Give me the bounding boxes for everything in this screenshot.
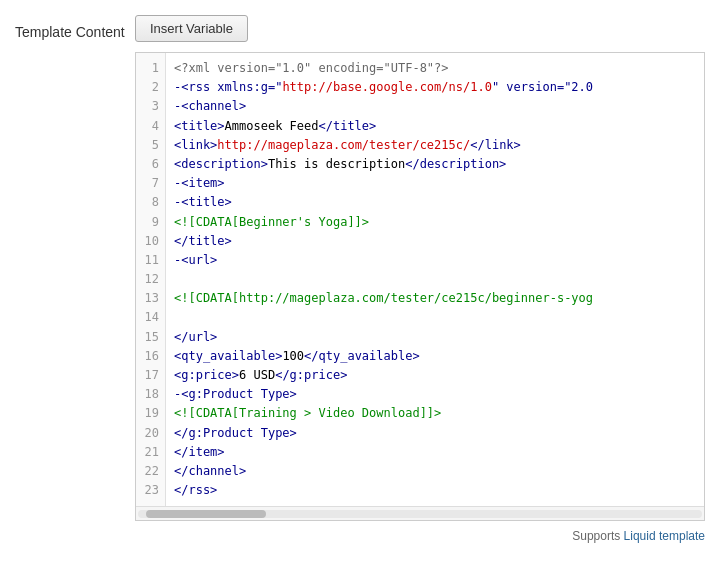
liquid-template-link[interactable]: Liquid template bbox=[624, 529, 705, 543]
code-line: <![CDATA[http://mageplaza.com/tester/ce2… bbox=[174, 289, 696, 308]
code-line bbox=[174, 270, 696, 289]
horizontal-scrollbar[interactable] bbox=[136, 506, 704, 520]
code-line: </title> bbox=[174, 232, 696, 251]
code-line bbox=[174, 308, 696, 327]
code-line: </item> bbox=[174, 443, 696, 462]
code-line: <title>Ammoseek Feed</title> bbox=[174, 117, 696, 136]
template-content-section: Template Content Insert Variable 1234567… bbox=[15, 15, 705, 543]
code-line: </url> bbox=[174, 328, 696, 347]
scrollbar-thumb[interactable] bbox=[146, 510, 266, 518]
code-line: <link>http://mageplaza.com/tester/ce215c… bbox=[174, 136, 696, 155]
code-line: -<item> bbox=[174, 174, 696, 193]
line-numbers: 1234567891011121314151617181920212223 bbox=[136, 53, 166, 506]
scrollbar-track bbox=[138, 510, 702, 518]
code-line: <![CDATA[Beginner's Yoga]]> bbox=[174, 213, 696, 232]
code-content: 1234567891011121314151617181920212223 <?… bbox=[136, 53, 704, 506]
code-line: <g:price>6 USD</g:price> bbox=[174, 366, 696, 385]
right-section: Insert Variable 123456789101112131415161… bbox=[135, 15, 705, 543]
label-section: Template Content bbox=[15, 15, 125, 41]
template-content-label: Template Content bbox=[15, 24, 125, 40]
code-line: <description>This is description</descri… bbox=[174, 155, 696, 174]
code-line: <![CDATA[Training > Video Download]]> bbox=[174, 404, 696, 423]
footer-static-text: Supports bbox=[572, 529, 623, 543]
code-line: <?xml version="1.0" encoding="UTF-8"?> bbox=[174, 59, 696, 78]
footer-text: Supports Liquid template bbox=[135, 527, 705, 543]
code-line: -<url> bbox=[174, 251, 696, 270]
code-line: </rss> bbox=[174, 481, 696, 500]
code-line: -<channel> bbox=[174, 97, 696, 116]
code-editor: 1234567891011121314151617181920212223 <?… bbox=[135, 52, 705, 521]
code-line: </channel> bbox=[174, 462, 696, 481]
insert-variable-button[interactable]: Insert Variable bbox=[135, 15, 248, 42]
code-line: -<rss xmlns:g="http://base.google.com/ns… bbox=[174, 78, 696, 97]
code-area[interactable]: <?xml version="1.0" encoding="UTF-8"?>-<… bbox=[166, 53, 704, 506]
code-line: -<title> bbox=[174, 193, 696, 212]
code-line: </g:Product Type> bbox=[174, 424, 696, 443]
code-line: <qty_available>100</qty_available> bbox=[174, 347, 696, 366]
code-line: -<g:Product Type> bbox=[174, 385, 696, 404]
